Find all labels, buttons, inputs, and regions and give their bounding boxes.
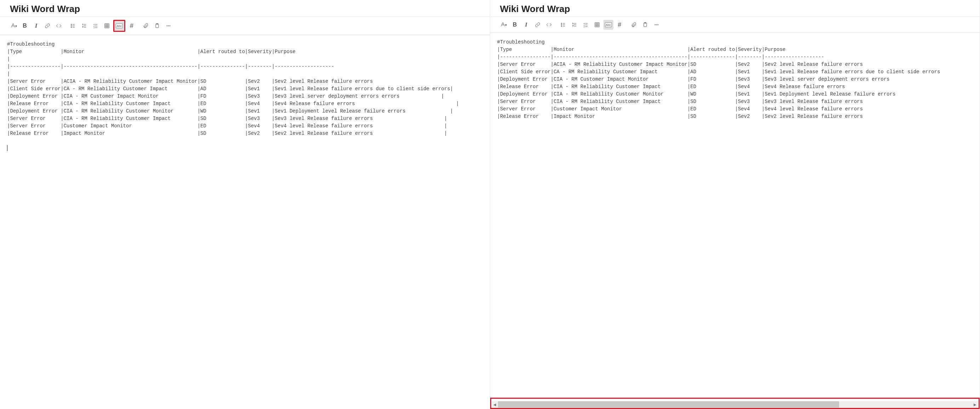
editor-content-right[interactable]: #Troubleshooting |Type |Monitor |Alert r… [490,33,980,409]
title-row: Wiki Word Wrap [0,0,490,17]
table-button[interactable] [102,21,112,31]
bullet-list-button[interactable] [68,21,78,31]
text-cursor [7,145,8,151]
scroll-right-arrow[interactable]: ▶ [972,403,978,406]
paste-button[interactable] [640,20,650,30]
horizontal-scrollbar[interactable]: ◀ ▶ [492,401,978,407]
scroll-thumb[interactable] [498,401,839,407]
code-button[interactable] [544,20,554,30]
attach-button[interactable] [629,20,639,30]
word-wrap-highlight: Abc [113,20,125,32]
svg-point-15 [655,24,655,25]
page-title: Wiki Word Wrap [500,3,970,14]
chevron-down-icon: ▾ [15,24,17,28]
more-button[interactable] [652,20,662,30]
numbered-list-button[interactable] [79,21,89,31]
bullet-list-button[interactable] [558,20,568,30]
format-dropdown[interactable]: ▾ [499,20,509,30]
attach-button[interactable] [141,21,151,31]
mention-button[interactable]: # [127,21,137,31]
svg-point-10 [561,24,562,25]
svg-point-16 [656,24,657,25]
svg-point-1 [71,25,72,26]
numbered-list-button[interactable] [570,20,579,30]
bold-button[interactable]: B [20,21,30,31]
more-button[interactable] [164,21,173,31]
toolbar-right: ▾ B I Abc # [490,17,980,33]
abc-icon: Abc [116,23,123,28]
italic-button[interactable]: I [521,20,531,30]
format-dropdown[interactable]: ▾ [8,21,18,31]
abc-icon: Abc [605,22,612,27]
word-wrap-button[interactable]: Abc [114,21,124,31]
scroll-track[interactable] [498,401,972,407]
editor-content-left[interactable]: #Troubleshooting |Type |Monitor |Alert r… [0,35,490,409]
svg-point-0 [71,24,72,25]
link-button[interactable] [43,21,52,31]
table-button[interactable] [592,20,602,30]
checklist-button[interactable] [91,21,100,31]
italic-button[interactable]: I [31,21,41,31]
svg-point-7 [168,25,169,26]
toolbar-left: ▾ B I Abc # [0,17,490,35]
checklist-button[interactable] [581,20,591,30]
svg-rect-3 [105,24,109,28]
svg-point-2 [71,27,72,28]
paste-button[interactable] [152,21,162,31]
chevron-down-icon: ▾ [505,23,507,27]
link-button[interactable] [533,20,542,30]
page-title: Wiki Word Wrap [10,3,480,14]
left-pane: Wiki Word Wrap ▾ B I Abc # #Troubleshoot… [0,0,490,409]
title-row: Wiki Word Wrap [490,0,980,17]
right-pane: Wiki Word Wrap ▾ B I Abc # #Troubleshoot… [490,0,980,409]
svg-point-11 [561,26,562,27]
mention-button[interactable]: # [615,20,625,30]
svg-point-6 [167,25,167,26]
word-wrap-button[interactable]: Abc [603,20,613,30]
svg-point-8 [170,25,170,26]
scroll-left-arrow[interactable]: ◀ [492,403,498,406]
svg-point-9 [561,23,562,24]
code-button[interactable] [54,21,64,31]
svg-point-17 [657,24,658,25]
bold-button[interactable]: B [510,20,520,30]
svg-rect-12 [595,23,599,27]
